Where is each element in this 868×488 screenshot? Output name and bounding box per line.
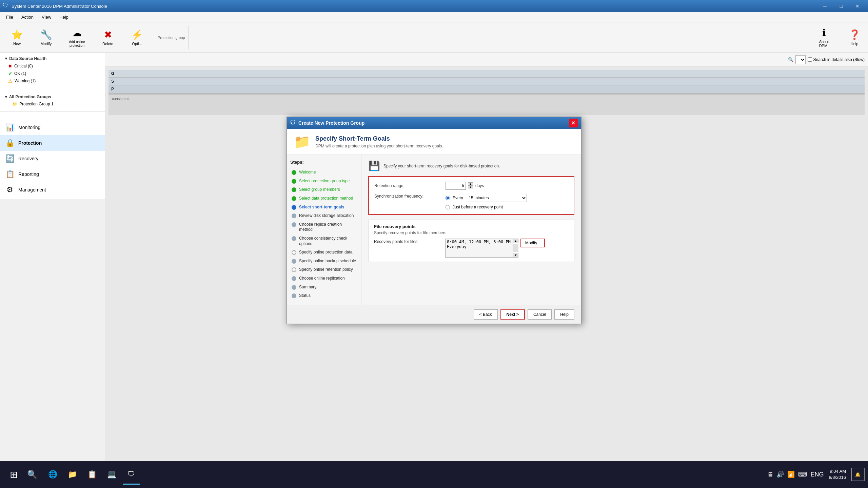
step-status[interactable]: Status — [290, 291, 358, 300]
modal-close-button[interactable]: ✕ — [569, 119, 578, 127]
step-welcome[interactable]: Welcome — [290, 168, 358, 177]
start-button[interactable]: ⊞ — [3, 464, 24, 485]
steps-label: Steps: — [290, 160, 358, 165]
step-select-members[interactable]: Select group members — [290, 185, 358, 194]
step-select-type[interactable]: Select protection group type — [290, 177, 358, 186]
new-button[interactable]: ⭐ New — [3, 24, 31, 51]
management-icon: ⚙ — [5, 185, 15, 194]
add-online-label: Add onlineprotection — [69, 40, 85, 47]
nav-protection[interactable]: 🔒 Protection — [0, 135, 105, 151]
taskbar-terminal-icon[interactable]: 💻 — [103, 464, 120, 485]
sidebar-item-group1[interactable]: 📁 Protection Group 1 — [0, 101, 105, 107]
new-label: New — [13, 42, 21, 46]
retention-row: Retention range: ▲ ▼ days — [374, 182, 568, 190]
sidebar-item-warning[interactable]: ⚠ Warning (1) — [0, 77, 105, 85]
taskbar-search[interactable]: 🔍 — [24, 464, 41, 485]
textarea-scroll-down[interactable]: ▼ — [513, 253, 518, 258]
retention-spinbox[interactable] — [446, 182, 466, 190]
frequency-select[interactable]: 15 minutes 30 minutes 1 hour 2 hours 4 h… — [466, 194, 527, 202]
taskbar-folder-icon[interactable]: 📁 — [64, 464, 81, 485]
help-button[interactable]: Help — [554, 309, 574, 320]
grid-label-p: P — [108, 85, 865, 93]
reporting-icon: 📋 — [5, 170, 15, 179]
nav-reporting[interactable]: 📋 Reporting — [0, 166, 105, 182]
modify-button[interactable]: Modify... — [520, 239, 545, 247]
step-dot-members — [292, 187, 296, 192]
menu-action[interactable]: Action — [18, 13, 37, 21]
menu-view[interactable]: View — [38, 13, 55, 21]
taskbar-notes-icon[interactable]: 📋 — [83, 464, 100, 485]
taskbar-clock[interactable]: 9:04 AM 8/3/2016 — [829, 468, 846, 481]
menu-bar: File Action View Help — [0, 12, 868, 22]
step-consistency[interactable]: Choose consistency check options — [290, 234, 358, 248]
radio-group: Every 15 minutes 30 minutes 1 hour 2 hou… — [446, 194, 527, 209]
step-replica-creation[interactable]: Choose replica creation method — [290, 220, 358, 234]
step-text-online-backup: Specify online backup schedule — [299, 259, 356, 264]
cancel-button[interactable]: Cancel — [528, 309, 552, 320]
notification-button[interactable]: 🔔 — [851, 468, 865, 481]
retention-value-group: ▲ ▼ days — [446, 182, 484, 190]
search-details-checkbox[interactable]: Search in details also (Slow) — [808, 57, 865, 62]
modify-label: Modify — [41, 42, 52, 46]
step-online-backup[interactable]: Specify online backup schedule — [290, 257, 358, 266]
search-details-input[interactable] — [808, 57, 812, 62]
taskbar: ⊞ 🔍 🌐 📁 📋 💻 🛡 🖥 🔊 📶 ⌨ ENG 9:04 AM 8/3/20… — [0, 461, 868, 488]
step-online-data[interactable]: Specify online protection data — [290, 248, 358, 257]
minimize-button[interactable]: ─ — [817, 1, 833, 11]
step-short-term[interactable]: Select short-term goals — [290, 203, 358, 212]
modify-button[interactable]: 🔧 Modify — [33, 24, 60, 51]
step-online-retention[interactable]: Specify online retention policy — [290, 265, 358, 274]
form-desc-text: Specify your short-term recovery goals f… — [383, 164, 500, 168]
nav-section: 📊 Monitoring 🔒 Protection 🔄 Recovery 📋 R… — [0, 118, 105, 199]
optimize-icon: ⚡ — [131, 29, 143, 40]
sidebar-divider — [0, 89, 105, 89]
step-text-members: Select group members — [299, 187, 340, 192]
retention-spin-down[interactable]: ▼ — [468, 186, 473, 189]
textarea-container: 8:00 AM, 12:00 PM, 6:00 PM Everyday ▲ ▼ — [445, 239, 518, 258]
create-protection-group-modal: 🛡 Create New Protection Group ✕ 📁 Specif… — [287, 117, 581, 324]
search-dropdown[interactable] — [795, 55, 806, 64]
modal-header: 📁 Specify Short-Term Goals DPM will crea… — [287, 129, 581, 155]
sidebar-item-ok[interactable]: ✔ OK (1) — [0, 70, 105, 77]
menu-file[interactable]: File — [3, 13, 17, 21]
radio-every-input[interactable] — [446, 196, 450, 200]
status-area: consistent. — [108, 95, 865, 115]
sidebar-item-critical[interactable]: ✖ Critical (0) — [0, 62, 105, 70]
taskbar-dpm-icon[interactable]: 🛡 — [123, 464, 140, 485]
taskbar-ie-icon[interactable]: 🌐 — [44, 464, 61, 485]
modal-form: 💾 Specify your short-term recovery goals… — [361, 155, 581, 305]
retention-spin-up[interactable]: ▲ — [468, 182, 473, 186]
delete-button[interactable]: ✖ Delete — [94, 24, 121, 51]
menu-help[interactable]: Help — [56, 13, 72, 21]
step-dot-welcome — [292, 170, 296, 175]
expand-icon2: ▼ — [4, 95, 9, 99]
step-summary[interactable]: Summary — [290, 283, 358, 292]
optimize-button[interactable]: ⚡ Opti... — [123, 24, 151, 51]
back-button[interactable]: < Back — [474, 309, 498, 320]
recovery-section: File recovery points Specify recovery po… — [368, 220, 574, 262]
close-button[interactable]: ✕ — [850, 1, 865, 11]
disk-icon: 💾 — [368, 160, 380, 171]
sync-label: Synchronization frequency: — [374, 194, 442, 199]
recovery-title: File recovery points — [374, 224, 569, 229]
textarea-scroll-up[interactable]: ▲ — [513, 239, 518, 243]
radio-before-recovery-input[interactable] — [446, 205, 450, 209]
nav-management[interactable]: ⚙ Management — [0, 182, 105, 198]
retention-spinbox-btns: ▲ ▼ — [468, 182, 473, 189]
network-icon: 🖥 — [767, 471, 773, 478]
maximize-button[interactable]: □ — [833, 1, 849, 11]
textarea-scrollbar: ▲ ▼ — [513, 239, 518, 258]
form-spacer — [368, 267, 574, 300]
step-online-replication[interactable]: Choose online replication — [290, 274, 358, 283]
new-icon: ⭐ — [11, 29, 23, 40]
nav-monitoring[interactable]: 📊 Monitoring — [0, 120, 105, 135]
next-button[interactable]: Next > — [500, 309, 525, 320]
volume-icon: 🔊 — [776, 471, 784, 478]
nav-recovery[interactable]: 🔄 Recovery — [0, 151, 105, 166]
help-toolbar-button[interactable]: ❓ Help — [844, 29, 865, 46]
recovery-points-textarea[interactable]: 8:00 AM, 12:00 PM, 6:00 PM Everyday — [445, 239, 513, 258]
add-online-button[interactable]: ☁ Add onlineprotection — [62, 24, 92, 51]
step-data-protection[interactable]: Select data protection method — [290, 194, 358, 203]
step-disk-storage[interactable]: Review disk storage allocation — [290, 211, 358, 220]
modal-header-text: Specify Short-Term Goals DPM will create… — [315, 135, 443, 148]
